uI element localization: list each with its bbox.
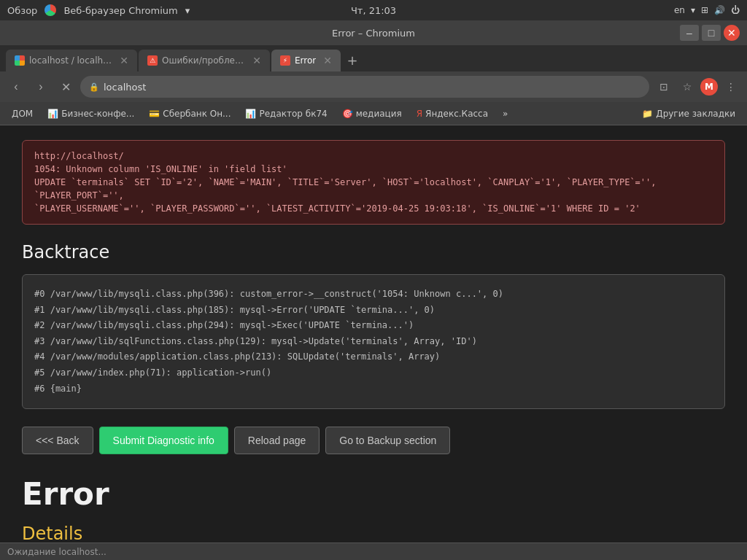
bookmark-sber-icon: 💳 (149, 109, 160, 119)
error-line2-top: UPDATE `terminals` SET `ID`='2', `NAME`=… (34, 176, 713, 202)
tab-label-errors: Ошибки/проблемы/не... (162, 55, 245, 66)
os-taskbar: Обзор Веб-браузер Chromium ▾ Чт, 21:03 e… (0, 0, 747, 20)
tab-close-errors[interactable]: ✕ (252, 55, 261, 66)
overview-label[interactable]: Обзор (7, 5, 37, 16)
reload-page-button[interactable]: Reload page (234, 427, 320, 454)
bookmark-yandex[interactable]: Я Яндекс.Касса (411, 106, 494, 121)
tab-error-active[interactable]: ⚡ Error ✕ (271, 50, 341, 71)
error-detail-box-top: http://localhost/ 1054: Unknown column '… (22, 140, 725, 225)
locale-indicator[interactable]: en (674, 5, 685, 15)
bookmark-more[interactable]: » (497, 106, 514, 121)
backtrace-text-5: #5 /var/www/index.php(71): application->… (34, 368, 271, 378)
chevron-down-icon: ▾ (185, 5, 190, 16)
backtrace-line-3: #3 /var/www/lib/sqlFunctions.class.php(1… (34, 334, 713, 350)
backtrace-line-4: #4 /var/www/modules/application.class.ph… (34, 349, 713, 365)
maximize-button[interactable]: □ (702, 25, 721, 41)
bookmark-edit[interactable]: 📊 Редактор бк74 (239, 106, 333, 121)
taskbar-clock: Чт, 21:03 (351, 5, 396, 16)
power-icon: ⏻ (731, 5, 740, 15)
bookmark-sber[interactable]: 💳 Сбербанк Он... (143, 106, 236, 121)
tab-favicon-error-active: ⚡ (280, 55, 290, 66)
window-controls: – □ ✕ (680, 25, 740, 41)
status-text: Ожидание localhost... (7, 547, 107, 557)
bookmark-sber-label: Сбербанк Он... (163, 109, 231, 119)
address-bar-right: ⊡ ☆ M ⋮ (654, 77, 741, 97)
user-avatar[interactable]: M (700, 78, 718, 96)
bookmark-biz[interactable]: 📊 Бизнес-конфе... (42, 106, 140, 121)
tab-bar: localhost / localhost / db_ ✕ ⚠ Ошибки/п… (0, 45, 747, 71)
bookmark-edit-label: Редактор бк74 (259, 109, 327, 119)
forward-nav-button[interactable]: › (31, 77, 51, 97)
error-line3-top: `PLAYER_USERNAME`='', `PLAYER_PASSWORD`=… (34, 202, 713, 215)
tab-localhost[interactable]: localhost / localhost / db_ ✕ (6, 50, 137, 71)
bookmark-edit-icon: 📊 (245, 109, 256, 119)
bookmarks-bar: ДОМ 📊 Бизнес-конфе... 💳 Сбербанк Он... 📊… (0, 102, 747, 125)
tab-close-localhost[interactable]: ✕ (120, 55, 128, 66)
backtrace-text-0: #0 /var/www/lib/mysqli.class.php(396): c… (34, 289, 503, 299)
bookmark-media-label: медиация (356, 109, 402, 119)
title-bar: Error – Chromium – □ ✕ (0, 20, 747, 45)
bookmark-more-label: » (503, 109, 508, 119)
backtrace-text-6: #6 {main} (34, 384, 82, 394)
browser-label: Веб-браузер Chromium (63, 5, 177, 16)
error-heading: Error (22, 476, 725, 512)
chromium-favicon-icon (44, 4, 56, 16)
minimize-button[interactable]: – (680, 25, 699, 41)
bookmark-folder[interactable]: 📁 Другие закладки (636, 106, 741, 121)
bookmark-media-icon: 🎯 (342, 109, 353, 119)
new-tab-button[interactable]: + (342, 50, 363, 70)
bookmark-dom-label: ДОМ (12, 109, 33, 119)
browser-window: Error – Chromium – □ ✕ localhost / local… (0, 20, 747, 560)
bookmark-biz-icon: 📊 (47, 109, 58, 119)
backtrace-line-1: #1 /var/www/lib/mysqli.class.php(185): m… (34, 303, 713, 319)
close-button[interactable]: ✕ (724, 25, 740, 41)
volume-icon: 🔊 (714, 5, 725, 15)
tab-label-localhost: localhost / localhost / db_ (29, 55, 112, 66)
bookmark-biz-label: Бизнес-конфе... (61, 109, 134, 119)
tab-favicon-errors: ⚠ (147, 55, 158, 66)
backtrace-line-6: #6 {main} (34, 381, 713, 397)
bookmark-folder-label: Другие закладки (656, 109, 735, 119)
back-nav-button[interactable]: ‹ (6, 77, 26, 97)
bookmark-yandex-label: Яндекс.Касса (425, 109, 488, 119)
url-bar[interactable]: 🔒 localhost (80, 76, 649, 98)
back-button[interactable]: <<< Back (22, 427, 93, 454)
taskbar-right: en ▾ ⊞ 🔊 ⏻ (674, 5, 740, 15)
address-bar: ‹ › ✕ 🔒 localhost ⊡ ☆ M ⋮ (0, 71, 747, 102)
bookmark-media[interactable]: 🎯 медиация (336, 106, 408, 121)
bookmark-star-icon[interactable]: ☆ (677, 77, 697, 97)
lock-icon: 🔒 (89, 82, 99, 92)
cast-icon[interactable]: ⊡ (654, 77, 674, 97)
reload-nav-button[interactable]: ✕ (55, 77, 76, 97)
status-bar: Ожидание localhost... (0, 542, 747, 560)
backtrace-line-5: #5 /var/www/index.php(71): application->… (34, 365, 713, 381)
tab-label-error-active: Error (295, 55, 316, 66)
details-title: Details (22, 524, 725, 542)
page-content: http://localhost/ 1054: Unknown column '… (0, 125, 747, 542)
backtrace-line-2: #2 /var/www/lib/mysqli.class.php(294): m… (34, 318, 713, 334)
submit-diagnostic-button[interactable]: Submit Diagnostic info (99, 427, 228, 454)
folder-icon: 📁 (642, 109, 653, 119)
tab-favicon-localhost (15, 55, 25, 66)
url-text: localhost (104, 82, 146, 93)
error-line1-top: 1054: Unknown column 'IS_ONLINE' in 'fie… (34, 163, 713, 176)
backtrace-title: Backtrace (22, 242, 725, 262)
taskbar-left: Обзор Веб-браузер Chromium ▾ (7, 4, 190, 16)
bookmark-yandex-icon: Я (417, 109, 422, 119)
backtrace-line-0: #0 /var/www/lib/mysqli.class.php(396): c… (34, 287, 713, 303)
locale-chevron-icon: ▾ (691, 5, 695, 15)
backtrace-text-2: #2 /var/www/lib/mysqli.class.php(294): m… (34, 320, 414, 330)
backup-section-button[interactable]: Go to Backup section (325, 427, 450, 454)
tab-close-error-active[interactable]: ✕ (323, 55, 332, 66)
window-title: Error – Chromium (332, 28, 415, 39)
bookmark-dom[interactable]: ДОМ (6, 106, 39, 121)
button-row: <<< Back Submit Diagnostic info Reload p… (22, 427, 725, 454)
backtrace-text-4: #4 /var/www/modules/application.class.ph… (34, 351, 440, 362)
scroll-container[interactable]: http://localhost/ 1054: Unknown column '… (0, 125, 747, 542)
backtrace-text-3: #3 /var/www/lib/sqlFunctions.class.php(1… (34, 336, 477, 346)
backtrace-box: #0 /var/www/lib/mysqli.class.php(396): c… (22, 274, 725, 409)
backtrace-text-1: #1 /var/www/lib/mysqli.class.php(185): m… (34, 305, 435, 315)
menu-icon[interactable]: ⋮ (721, 77, 741, 97)
tab-errors[interactable]: ⚠ Ошибки/проблемы/не... ✕ (139, 50, 270, 71)
network-icon: ⊞ (701, 5, 708, 15)
